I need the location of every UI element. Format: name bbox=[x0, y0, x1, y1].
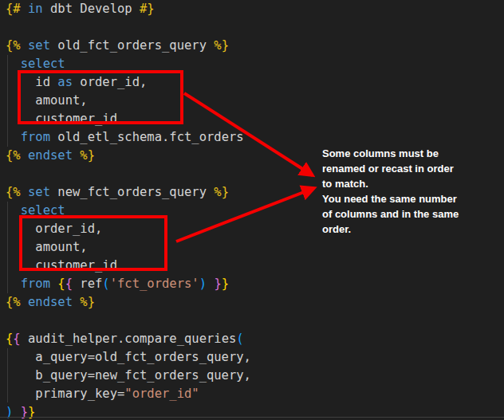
code-token: ref bbox=[73, 277, 102, 291]
code-token: old_etl_schema.fct_orders bbox=[50, 130, 244, 144]
code-line: {% set new_fct_orders_query %} bbox=[6, 183, 251, 202]
code-token: select bbox=[6, 57, 65, 71]
code-token: audit_helper.compare_queries bbox=[21, 332, 237, 346]
code-token: set bbox=[28, 38, 50, 53]
code-token: new_fct_orders_query bbox=[50, 185, 214, 199]
code-token: customer_id bbox=[6, 258, 117, 273]
code-token: "order_id" bbox=[124, 387, 199, 401]
code-line: customer_id bbox=[6, 110, 251, 128]
code-line: a_query=old_fct_orders_query, bbox=[6, 348, 251, 367]
code-line: order_id, bbox=[6, 220, 251, 238]
code-line bbox=[6, 165, 251, 183]
code-token: old_fct_orders_query bbox=[50, 38, 214, 53]
code-line: amount, bbox=[6, 92, 251, 110]
code-token bbox=[50, 277, 57, 291]
code-line: select bbox=[6, 202, 251, 220]
code-token: { bbox=[13, 332, 20, 346]
annotation-line: of columns and in the same bbox=[322, 206, 459, 222]
code-token: {% bbox=[6, 148, 28, 163]
code-line bbox=[6, 18, 251, 37]
code-token: #} bbox=[140, 2, 155, 16]
code-editor: { "editor": { "code_lines": [ {"tokens":… bbox=[0, 0, 504, 420]
code-token: endset bbox=[28, 295, 73, 309]
annotation-line: to match. bbox=[322, 176, 459, 191]
code-token: dbt Develop bbox=[43, 2, 140, 16]
code-line: {# in dbt Develop #} bbox=[6, 0, 251, 18]
annotation-line: You need the same number bbox=[322, 191, 459, 206]
code-token: {% bbox=[6, 38, 28, 53]
code-line: {{ audit_helper.compare_queries( bbox=[6, 330, 251, 348]
indent-guide bbox=[7, 55, 8, 147]
code-token: %} bbox=[214, 38, 229, 53]
code-token: select bbox=[6, 203, 65, 218]
annotation-line: renamed or recast in order bbox=[322, 161, 459, 176]
code-token: id bbox=[6, 75, 57, 89]
code-line: select bbox=[6, 55, 251, 73]
code-line: {% endset %} bbox=[6, 293, 251, 312]
code-token: %} bbox=[73, 295, 95, 309]
code-token: { bbox=[65, 277, 73, 291]
code-token: in bbox=[28, 2, 43, 16]
code-token: primary_key= bbox=[6, 387, 124, 401]
code-token: customer_id bbox=[6, 112, 117, 126]
code-area[interactable]: {# in dbt Develop #}{% set old_fct_order… bbox=[6, 0, 251, 420]
code-token: amount, bbox=[6, 93, 88, 108]
code-token: } bbox=[222, 277, 229, 291]
code-token: ( bbox=[236, 332, 243, 346]
code-token: { bbox=[57, 277, 65, 291]
code-token: order_id, bbox=[6, 222, 102, 236]
annotation-note: Some columns must berenamed or recast in… bbox=[322, 146, 459, 237]
code-token: {% bbox=[6, 185, 28, 199]
code-token: order_id, bbox=[73, 75, 147, 89]
code-line: customer_id bbox=[6, 257, 251, 275]
current-line-border bbox=[0, 417, 504, 418]
indent-guide bbox=[7, 202, 8, 293]
code-token bbox=[207, 277, 214, 291]
code-line: id as order_id, bbox=[6, 73, 251, 92]
code-token: { bbox=[6, 332, 13, 346]
code-line: amount, bbox=[6, 238, 251, 257]
code-token: set bbox=[28, 185, 50, 199]
code-line: {% set old_fct_orders_query %} bbox=[6, 37, 251, 55]
code-line: from {{ ref('fct_orders') }} bbox=[6, 275, 251, 293]
annotation-line: order. bbox=[322, 222, 459, 237]
code-token: 'fct_orders' bbox=[110, 277, 199, 291]
code-line: b_query=new_fct_orders_query, bbox=[6, 367, 251, 385]
code-token: endset bbox=[28, 148, 73, 163]
indent-guide bbox=[7, 348, 8, 402]
code-line: from old_etl_schema.fct_orders bbox=[6, 128, 251, 147]
code-token: {# bbox=[6, 2, 28, 16]
code-token: as bbox=[57, 75, 73, 89]
code-token: } bbox=[214, 277, 221, 291]
code-line bbox=[6, 312, 251, 330]
code-token: amount, bbox=[6, 240, 88, 254]
code-token: a_query=old_fct_orders_query, bbox=[6, 350, 251, 364]
annotation-line: Some columns must be bbox=[322, 146, 459, 161]
code-token: %} bbox=[73, 148, 95, 163]
code-token: ( bbox=[102, 277, 109, 291]
code-token: b_query=new_fct_orders_query, bbox=[6, 368, 251, 383]
code-token: %} bbox=[214, 185, 229, 199]
code-token: {% bbox=[6, 295, 28, 309]
code-token: from bbox=[21, 277, 50, 291]
code-token: ) bbox=[199, 277, 207, 291]
code-line: primary_key="order_id" bbox=[6, 385, 251, 403]
code-token: from bbox=[21, 130, 50, 144]
code-line: {% endset %} bbox=[6, 147, 251, 165]
